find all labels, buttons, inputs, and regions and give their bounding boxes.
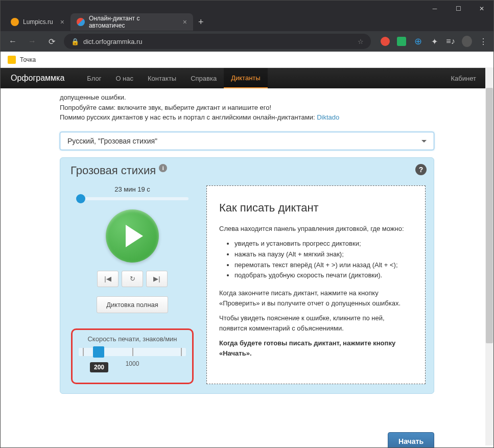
speed-current-badge: 200 [90,362,108,372]
nav-blog[interactable]: Блог [80,68,108,88]
list-item: перемотать текст вперёд (Alt + >) или на… [234,260,413,271]
reload-button[interactable]: ⟳ [44,34,59,49]
url-field[interactable]: 🔒 dict.orfogrammka.ru ☆ [64,34,371,49]
tab-title: Lumpics.ru [23,18,53,26]
favicon-icon [11,18,19,26]
extension-icon[interactable] [396,36,407,46]
extension-icon[interactable] [380,36,390,46]
dictation-select[interactable]: Русский, "Грозовая стихия" [60,132,434,150]
nav-help[interactable]: Справка [183,68,224,88]
playlist-icon[interactable]: ≡♪ [445,36,456,46]
panel-title-text: Грозовая стихия [70,164,156,177]
scroll-thumb[interactable] [486,88,493,343]
play-button[interactable] [106,209,159,263]
info-icon[interactable]: i [159,164,167,172]
extensions-button[interactable]: ✦ [429,36,439,46]
lock-icon: 🔒 [71,38,79,45]
intro-text: допущенные ошибки. Попробуйте сами: вклю… [9,88,485,128]
speed-label: Скорость печати, знаков/мин [79,335,186,343]
help-icon[interactable]: ? [415,164,427,175]
speed-tick [83,348,84,356]
toolbar-icons: ⊕ ✦ ≡♪ ⋮ [380,36,488,46]
close-button[interactable]: ✕ [470,1,493,17]
list-item: увидеть и установить прогресс диктовки; [234,239,413,249]
close-icon[interactable]: × [183,18,187,26]
duration-label: 23 мин 19 с [114,185,150,193]
instructions-strong: Когда будете готовы писать диктант, нажм… [219,339,395,357]
dictation-panel: Грозовая стихия i ? 23 мин 19 с |◀ ↻ ▶| … [60,157,434,394]
media-controls: |◀ ↻ ▶| [97,271,168,287]
progress-slider[interactable] [76,197,189,200]
mode-button[interactable]: Диктовка полная [97,296,168,313]
instructions-p1: Слева находится панель управления диктов… [219,224,413,234]
nav-contacts[interactable]: Контакты [140,68,183,88]
tabs-row: Lumpics.ru × Онлайн-диктант с автоматиче… [5,13,208,31]
tab-title: Онлайн-диктант с автоматичес [89,15,176,29]
instructions-p4: Когда будете готовы писать диктант, нажм… [219,338,413,358]
tab-lumpics[interactable]: Lumpics.ru × [5,13,70,31]
instructions-p3: Чтобы увидеть пояснение к ошибке, кликни… [219,313,413,333]
nav-dictations[interactable]: Диктанты [224,68,267,88]
select-value: Русский, "Грозовая стихия" [67,137,157,145]
tab-orfogrammka[interactable]: Онлайн-диктант с автоматичес × [70,13,193,31]
next-button[interactable]: ▶| [146,271,168,287]
site-header: Орфограммка Блог О нас Контакты Справка … [1,68,493,88]
titlebar: ─ ☐ ✕ Lumpics.ru × Онлайн-диктант с авто… [1,1,493,31]
nav-cabinet[interactable]: Кабинет [444,68,483,88]
extension-icon[interactable]: ⊕ [413,36,423,46]
menu-button[interactable]: ⋮ [478,36,488,46]
speed-slider[interactable] [79,348,186,356]
page-content: допущенные ошибки. Попробуйте сами: вклю… [1,88,493,447]
scrollbar[interactable] [485,67,493,445]
star-icon[interactable]: ☆ [358,38,364,45]
intro-line: Попробуйте сами: включите звук, выберите… [60,103,434,113]
minimize-button[interactable]: ─ [423,1,446,17]
progress-handle[interactable] [76,194,85,203]
profile-avatar[interactable] [462,36,472,46]
speed-tick [132,348,133,356]
diktado-link[interactable]: Diktado [317,113,339,121]
intro-pre: Помимо русских диктантов у нас есть и по… [60,113,317,121]
speed-max-label: 1000 [126,360,139,367]
new-tab-button[interactable]: + [193,17,209,28]
close-icon[interactable]: × [60,18,64,26]
instructions-p2: Когда закончите писать диктант, нажмите … [219,288,413,308]
url-text: dict.orfogrammka.ru [83,38,143,45]
bookmark-item[interactable]: Точка [20,56,36,63]
forward-button[interactable]: → [25,34,39,49]
instructions-heading: Как писать диктант [219,201,413,215]
instructions-box: Как писать диктант Слева находится панел… [206,185,426,384]
play-icon [126,225,143,247]
panel-title: Грозовая стихия i [70,164,167,177]
address-bar: ← → ⟳ 🔒 dict.orfogrammka.ru ☆ ⊕ ✦ ≡♪ ⋮ [1,31,493,52]
list-item: нажать на паузу (Alt + мягкий знак); [234,249,413,260]
folder-icon [8,56,16,64]
repeat-button[interactable]: ↻ [122,271,143,287]
window-controls: ─ ☐ ✕ [423,1,493,17]
favicon-icon [77,18,85,26]
bookmarks-bar: Точка [1,52,493,68]
instructions-list: увидеть и установить прогресс диктовки; … [234,239,413,281]
prev-button[interactable]: |◀ [97,271,119,287]
back-button[interactable]: ← [6,34,20,49]
intro-line: Помимо русских диктантов у нас есть и по… [60,112,434,123]
maximize-button[interactable]: ☐ [446,1,470,17]
speed-handle[interactable] [93,346,104,358]
speed-values: 200 1000 [79,359,186,374]
nav-about[interactable]: О нас [108,68,140,88]
intro-cut: допущенные ошибки. [60,92,434,103]
list-item: подобрать удобную скорость печати (дикто… [234,270,413,281]
player-column: 23 мин 19 с |◀ ↻ ▶| Диктовка полная Скор… [68,165,196,384]
site-logo[interactable]: Орфограммка [11,74,64,83]
browser-window: ─ ☐ ✕ Lumpics.ru × Онлайн-диктант с авто… [0,0,494,448]
speed-tick [181,348,182,356]
start-button[interactable]: Начать [388,432,434,447]
speed-box: Скорость печати, знаков/мин 200 1000 [71,328,194,384]
